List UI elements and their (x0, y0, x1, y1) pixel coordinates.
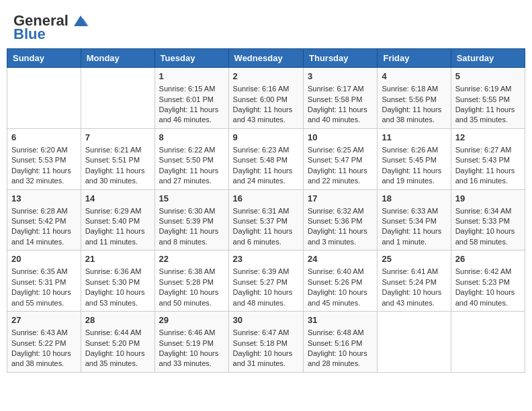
logo-icon (71, 14, 90, 28)
weekday-header-tuesday: Tuesday (154, 49, 228, 68)
day-number: 31 (308, 314, 373, 326)
cell-content: Sunrise: 6:27 AM Sunset: 5:43 PM Dayligh… (455, 146, 515, 185)
cell-content: Sunrise: 6:16 AM Sunset: 6:00 PM Dayligh… (233, 85, 293, 124)
calendar-cell: 27Sunrise: 6:43 AM Sunset: 5:22 PM Dayli… (7, 312, 81, 373)
day-number: 9 (233, 132, 299, 144)
day-number: 5 (455, 71, 521, 83)
cell-content: Sunrise: 6:39 AM Sunset: 5:27 PM Dayligh… (233, 267, 293, 306)
cell-content: Sunrise: 6:21 AM Sunset: 5:51 PM Dayligh… (85, 146, 145, 185)
day-number: 7 (85, 132, 150, 144)
cell-content: Sunrise: 6:31 AM Sunset: 5:37 PM Dayligh… (233, 207, 293, 246)
weekday-header-sunday: Sunday (7, 49, 81, 68)
calendar-cell (451, 312, 525, 373)
cell-content: Sunrise: 6:42 AM Sunset: 5:23 PM Dayligh… (455, 267, 515, 306)
day-number: 17 (308, 193, 373, 205)
day-number: 23 (233, 253, 299, 265)
calendar-cell: 20Sunrise: 6:35 AM Sunset: 5:31 PM Dayli… (7, 250, 81, 312)
calendar-cell: 8Sunrise: 6:22 AM Sunset: 5:50 PM Daylig… (154, 128, 228, 189)
weekday-header-row: SundayMondayTuesdayWednesdayThursdayFrid… (7, 49, 525, 68)
calendar-week-5: 27Sunrise: 6:43 AM Sunset: 5:22 PM Dayli… (7, 312, 525, 373)
weekday-header-wednesday: Wednesday (228, 49, 303, 68)
cell-content: Sunrise: 6:19 AM Sunset: 5:55 PM Dayligh… (455, 85, 515, 124)
day-number: 10 (308, 132, 373, 144)
calendar-cell: 6Sunrise: 6:20 AM Sunset: 5:53 PM Daylig… (7, 128, 81, 189)
calendar-cell: 18Sunrise: 6:33 AM Sunset: 5:34 PM Dayli… (378, 189, 451, 250)
day-number: 20 (11, 253, 77, 265)
cell-content: Sunrise: 6:28 AM Sunset: 5:42 PM Dayligh… (11, 207, 71, 246)
logo: General Blue (13, 12, 90, 43)
day-number: 28 (85, 314, 150, 326)
calendar-cell: 26Sunrise: 6:42 AM Sunset: 5:23 PM Dayli… (451, 250, 525, 312)
cell-content: Sunrise: 6:20 AM Sunset: 5:53 PM Dayligh… (11, 146, 71, 185)
cell-content: Sunrise: 6:17 AM Sunset: 5:58 PM Dayligh… (308, 85, 367, 124)
cell-content: Sunrise: 6:32 AM Sunset: 5:36 PM Dayligh… (308, 207, 367, 246)
cell-content: Sunrise: 6:30 AM Sunset: 5:39 PM Dayligh… (159, 207, 219, 246)
cell-content: Sunrise: 6:48 AM Sunset: 5:16 PM Dayligh… (308, 328, 367, 367)
calendar-cell: 19Sunrise: 6:34 AM Sunset: 5:33 PM Dayli… (451, 189, 525, 250)
day-number: 30 (233, 314, 299, 326)
calendar-cell (378, 312, 451, 373)
day-number: 15 (159, 193, 224, 205)
day-number: 16 (233, 193, 299, 205)
calendar-cell: 16Sunrise: 6:31 AM Sunset: 5:37 PM Dayli… (228, 189, 303, 250)
weekday-header-friday: Friday (378, 49, 451, 68)
page-header: General Blue (7, 7, 525, 43)
day-number: 4 (382, 71, 446, 83)
calendar-cell: 30Sunrise: 6:47 AM Sunset: 5:18 PM Dayli… (228, 312, 303, 373)
calendar-cell: 10Sunrise: 6:25 AM Sunset: 5:47 PM Dayli… (304, 128, 378, 189)
cell-content: Sunrise: 6:46 AM Sunset: 5:19 PM Dayligh… (159, 328, 219, 367)
day-number: 2 (233, 71, 299, 83)
weekday-header-monday: Monday (81, 49, 154, 68)
cell-content: Sunrise: 6:41 AM Sunset: 5:24 PM Dayligh… (382, 267, 441, 306)
logo-blue: Blue (13, 26, 46, 43)
day-number: 25 (382, 253, 446, 265)
cell-content: Sunrise: 6:40 AM Sunset: 5:26 PM Dayligh… (308, 267, 367, 306)
calendar-week-2: 6Sunrise: 6:20 AM Sunset: 5:53 PM Daylig… (7, 128, 525, 189)
calendar-cell: 23Sunrise: 6:39 AM Sunset: 5:27 PM Dayli… (228, 250, 303, 312)
calendar-cell: 1Sunrise: 6:15 AM Sunset: 6:01 PM Daylig… (154, 68, 228, 129)
day-number: 27 (11, 314, 77, 326)
calendar-cell: 22Sunrise: 6:38 AM Sunset: 5:28 PM Dayli… (154, 250, 228, 312)
calendar-cell: 17Sunrise: 6:32 AM Sunset: 5:36 PM Dayli… (304, 189, 378, 250)
day-number: 14 (85, 193, 150, 205)
calendar-cell: 13Sunrise: 6:28 AM Sunset: 5:42 PM Dayli… (7, 189, 81, 250)
day-number: 18 (382, 193, 446, 205)
calendar-week-1: 1Sunrise: 6:15 AM Sunset: 6:01 PM Daylig… (7, 68, 525, 129)
calendar-table: SundayMondayTuesdayWednesdayThursdayFrid… (7, 48, 525, 373)
calendar-cell: 24Sunrise: 6:40 AM Sunset: 5:26 PM Dayli… (304, 250, 378, 312)
calendar-cell: 2Sunrise: 6:16 AM Sunset: 6:00 PM Daylig… (228, 68, 303, 129)
calendar-cell: 9Sunrise: 6:23 AM Sunset: 5:48 PM Daylig… (228, 128, 303, 189)
calendar-cell: 29Sunrise: 6:46 AM Sunset: 5:19 PM Dayli… (154, 312, 228, 373)
day-number: 24 (308, 253, 373, 265)
cell-content: Sunrise: 6:22 AM Sunset: 5:50 PM Dayligh… (159, 146, 219, 185)
cell-content: Sunrise: 6:43 AM Sunset: 5:22 PM Dayligh… (11, 328, 71, 367)
day-number: 21 (85, 253, 150, 265)
calendar-cell: 7Sunrise: 6:21 AM Sunset: 5:51 PM Daylig… (81, 128, 154, 189)
weekday-header-thursday: Thursday (304, 49, 378, 68)
calendar-cell: 21Sunrise: 6:36 AM Sunset: 5:30 PM Dayli… (81, 250, 154, 312)
cell-content: Sunrise: 6:33 AM Sunset: 5:34 PM Dayligh… (382, 207, 441, 246)
calendar-cell: 12Sunrise: 6:27 AM Sunset: 5:43 PM Dayli… (451, 128, 525, 189)
calendar-week-4: 20Sunrise: 6:35 AM Sunset: 5:31 PM Dayli… (7, 250, 525, 312)
cell-content: Sunrise: 6:44 AM Sunset: 5:20 PM Dayligh… (85, 328, 145, 367)
calendar-cell: 25Sunrise: 6:41 AM Sunset: 5:24 PM Dayli… (378, 250, 451, 312)
calendar-cell: 31Sunrise: 6:48 AM Sunset: 5:16 PM Dayli… (304, 312, 378, 373)
day-number: 12 (455, 132, 521, 144)
cell-content: Sunrise: 6:34 AM Sunset: 5:33 PM Dayligh… (455, 207, 515, 246)
cell-content: Sunrise: 6:26 AM Sunset: 5:45 PM Dayligh… (382, 146, 441, 185)
cell-content: Sunrise: 6:29 AM Sunset: 5:40 PM Dayligh… (85, 207, 145, 246)
cell-content: Sunrise: 6:25 AM Sunset: 5:47 PM Dayligh… (308, 146, 367, 185)
cell-content: Sunrise: 6:18 AM Sunset: 5:56 PM Dayligh… (382, 85, 441, 124)
cell-content: Sunrise: 6:35 AM Sunset: 5:31 PM Dayligh… (11, 267, 71, 306)
cell-content: Sunrise: 6:36 AM Sunset: 5:30 PM Dayligh… (85, 267, 145, 306)
calendar-cell: 5Sunrise: 6:19 AM Sunset: 5:55 PM Daylig… (451, 68, 525, 129)
calendar-cell: 14Sunrise: 6:29 AM Sunset: 5:40 PM Dayli… (81, 189, 154, 250)
cell-content: Sunrise: 6:38 AM Sunset: 5:28 PM Dayligh… (159, 267, 219, 306)
calendar-cell: 11Sunrise: 6:26 AM Sunset: 5:45 PM Dayli… (378, 128, 451, 189)
cell-content: Sunrise: 6:15 AM Sunset: 6:01 PM Dayligh… (159, 85, 219, 124)
weekday-header-saturday: Saturday (451, 49, 525, 68)
calendar-cell: 3Sunrise: 6:17 AM Sunset: 5:58 PM Daylig… (304, 68, 378, 129)
day-number: 3 (308, 71, 373, 83)
cell-content: Sunrise: 6:47 AM Sunset: 5:18 PM Dayligh… (233, 328, 293, 367)
calendar-cell (81, 68, 154, 129)
